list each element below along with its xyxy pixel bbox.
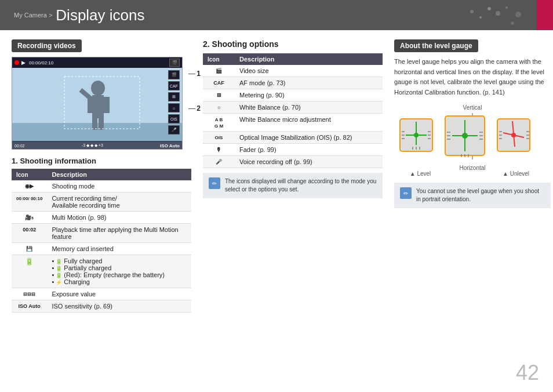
battery-icon: 🔋	[25, 257, 34, 266]
ois-icon: OIS	[215, 135, 223, 140]
page-title: Display icons	[56, 6, 144, 24]
note-icon-2: ✏	[400, 187, 412, 199]
svg-point-9	[91, 81, 105, 96]
list-item: 🔋 Fully charged	[52, 257, 187, 264]
desc-cell: 🔋 Fully charged 🔋 Partially charged 🔋 (R…	[47, 255, 191, 288]
table-row: 🎙 Fader (p. 99)	[203, 144, 383, 156]
level-diagram: Vertical	[394, 104, 551, 177]
desc-cell: White Balance micro adjustment	[235, 114, 383, 132]
svg-point-47	[511, 133, 516, 137]
table-row: OIS Optical Image Stabilization (OIS) (p…	[203, 132, 383, 144]
metering-icon: ⊞	[217, 92, 221, 98]
camera-scene-svg	[12, 68, 183, 142]
icon-cell: ⊞	[203, 89, 235, 101]
note-pen-icon: ✏	[212, 180, 217, 187]
voice-icon: 🎤	[216, 159, 222, 165]
svg-point-3	[505, 6, 508, 9]
callout-1-line	[188, 74, 195, 74]
note-box-2: ✏ You cannot use the level gauge when yo…	[394, 183, 551, 208]
svg-rect-12	[104, 97, 110, 113]
note-text-2: You cannot use the level gauge when you …	[416, 187, 545, 204]
icon-cell: ISO Auto	[12, 300, 47, 313]
desc-cell: Current recording time/Available recordi…	[47, 193, 191, 212]
exposure-icon: ⊟⊟⊟	[23, 292, 35, 297]
video-icon: ▶	[21, 60, 26, 66]
desc-cell: Playback time after applying the Multi M…	[47, 224, 191, 243]
icon-cell: OIS	[203, 132, 235, 144]
col-icon-1: Icon	[12, 169, 47, 180]
level-gauge-svg: Horizontal ▲ Level ▲ Unlevel	[394, 113, 551, 177]
time-icon: 00:00/ 00:10	[16, 196, 42, 201]
cam-top-icon-label: 🎬	[172, 60, 177, 65]
af-icon: CAF	[213, 80, 224, 86]
svg-point-21	[414, 133, 419, 137]
table-row: A BG M White Balance micro adjustment	[203, 114, 383, 132]
col-desc-2: Description	[235, 53, 383, 65]
svg-text:▲ Unlevel: ▲ Unlevel	[503, 170, 529, 177]
icon-cell: A BG M	[203, 114, 235, 132]
about-text: The level gauge helps you align the came…	[394, 57, 551, 97]
icon-cell: 🎥₅	[12, 212, 47, 224]
pink-bar	[537, 0, 553, 30]
note-text-1: The icons displayed will change accordin…	[225, 177, 377, 194]
cam-icon-3: ⊞	[168, 92, 180, 101]
svg-point-1	[496, 11, 500, 16]
note-icon-1: ✏	[209, 177, 220, 189]
shooting-info-heading: 1. Shooting information	[12, 157, 191, 165]
icon-cell: ◉▶	[12, 180, 47, 193]
shooting-info-table: Icon Description ◉▶ Shooting mode 00:00/…	[12, 169, 191, 313]
desc-cell: ISO sensitivity (p. 69)	[47, 300, 191, 313]
camera-top-bar: ▶ 00:00/02:10 🎬	[12, 57, 182, 68]
table-row: ISO Auto ISO sensitivity (p. 69)	[12, 300, 191, 313]
camera-body: 🎬 CAF ⊞ ☼ OIS 🎤 00:02 -3 ◆ ◆ ◆ +3 ISO Au…	[12, 68, 182, 150]
icon-cell: ⊟⊟⊟	[12, 288, 47, 300]
svg-rect-13	[92, 118, 97, 130]
icon-cell: 🔋	[12, 255, 47, 288]
col-icon-2: Icon	[203, 53, 235, 65]
video-size-icon: 🎬	[216, 68, 222, 74]
recording-videos-heading: Recording videos	[12, 39, 82, 52]
icon-cell: 🎬	[203, 65, 235, 77]
desc-cell: Exposure value	[47, 288, 191, 300]
list-item: 🔋 Partially charged	[52, 264, 187, 271]
table-row: 🎤 Voice recording off (p. 99)	[203, 156, 383, 168]
table-row: 🎥₅ Multi Motion (p. 98)	[12, 212, 191, 224]
cam-icon-5: OIS	[168, 114, 180, 124]
desc-cell: Optical Image Stabilization (OIS) (p. 82…	[235, 132, 383, 144]
breadcrumb: My Camera >	[14, 12, 52, 19]
callout-1-label: 1	[197, 70, 201, 78]
icon-cell: 🎙	[203, 144, 235, 156]
icon-cell: 00:00/ 00:10	[12, 193, 47, 212]
desc-cell: Shooting mode	[47, 180, 191, 193]
desc-cell: AF mode (p. 73)	[235, 77, 383, 89]
cam-icon-6: 🎤	[168, 125, 180, 135]
table-row: 🎬 Video size	[203, 65, 383, 77]
icon-cell: 💾	[12, 243, 47, 255]
table-row: 🔋 🔋 Fully charged 🔋 Partially charged 🔋 …	[12, 255, 191, 288]
cam-icon-1: 🎬	[168, 70, 180, 79]
header-decoration	[449, 0, 553, 30]
svg-point-4	[515, 12, 521, 17]
page-number: 42	[516, 361, 539, 385]
icon-cell: 00:02	[12, 224, 47, 243]
table-row: 00:00/ 00:10 Current recording time/Avai…	[12, 193, 191, 212]
table-row: ☼ White Balance (p. 70)	[203, 101, 383, 114]
svg-rect-10	[92, 95, 104, 118]
svg-rect-14	[99, 118, 104, 130]
svg-text:▲ Level: ▲ Level	[410, 170, 431, 177]
icon-cell: ☼	[203, 101, 235, 114]
shooting-options-heading: 2. Shooting options	[203, 39, 383, 49]
desc-cell: Multi Motion (p. 98)	[47, 212, 191, 224]
camera-bottom-bar: 00:02 -3 ◆ ◆ ◆ +3 ISO Auto	[12, 141, 182, 150]
vertical-label: Vertical	[463, 104, 482, 111]
svg-point-34	[462, 133, 468, 139]
cam-time2: 00:02	[14, 144, 25, 148]
desc-cell: Metering (p. 90)	[235, 89, 383, 101]
camera-right-icons: 🎬 CAF ⊞ ☼ OIS 🎤	[168, 70, 180, 135]
desc-cell: Video size	[235, 65, 383, 77]
motion-icon: 🎥₅	[25, 215, 34, 220]
desc-cell: White Balance (p. 70)	[235, 101, 383, 114]
battery-list: 🔋 Fully charged 🔋 Partially charged 🔋 (R…	[52, 257, 187, 285]
cam-iso: ISO Auto	[160, 143, 180, 148]
middle-column: 2. Shooting options Icon Description 🎬 V…	[203, 39, 383, 383]
